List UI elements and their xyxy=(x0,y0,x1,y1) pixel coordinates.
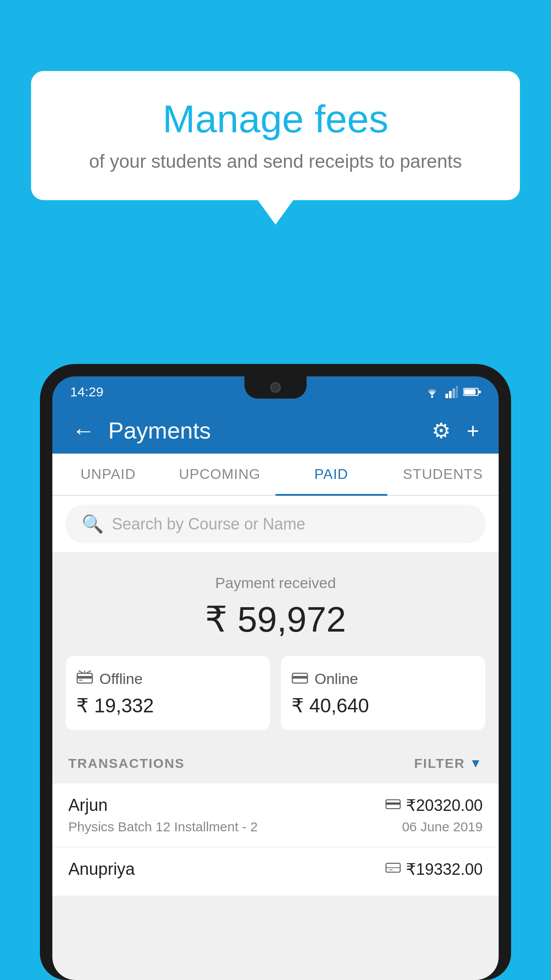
txn-amount-2: ₹19332.00 xyxy=(406,860,483,879)
bubble-title: Manage fees xyxy=(67,98,484,141)
app-header: ← Payments ⚙ + xyxy=(52,407,499,454)
phone-frame: 14:29 xyxy=(40,364,511,980)
svg-rect-6 xyxy=(464,389,476,395)
search-container: 🔍 Search by Course or Name xyxy=(52,496,499,552)
speech-bubble-section: Manage fees of your students and send re… xyxy=(31,71,520,225)
txn-name: Arjun xyxy=(68,796,108,815)
svg-rect-3 xyxy=(453,388,455,398)
phone-wrapper: 14:29 xyxy=(40,364,511,980)
status-icons xyxy=(424,386,481,398)
svg-point-0 xyxy=(431,396,433,398)
payment-total-amount: ₹ 59,972 xyxy=(66,599,485,640)
wifi-icon xyxy=(424,386,440,398)
offline-icon xyxy=(76,669,93,688)
svg-rect-10 xyxy=(79,680,83,681)
phone-screen: ← Payments ⚙ + UNPAID UPCOMING PAID STUD… xyxy=(52,407,499,980)
settings-icon[interactable]: ⚙ xyxy=(432,418,451,443)
transactions-label: TRANSACTIONS xyxy=(68,756,185,771)
txn-amount: ₹20320.00 xyxy=(406,796,483,815)
signal-icon xyxy=(445,386,458,398)
svg-rect-9 xyxy=(77,676,92,679)
filter-icon: ▼ xyxy=(469,756,483,771)
offline-label: Offline xyxy=(99,670,143,688)
tab-paid[interactable]: PAID xyxy=(276,454,387,495)
online-label: Online xyxy=(315,670,358,688)
camera xyxy=(270,382,281,393)
txn-amount-wrapper: ₹20320.00 xyxy=(386,796,483,815)
speech-bubble: Manage fees of your students and send re… xyxy=(31,71,520,200)
add-icon[interactable]: + xyxy=(467,419,479,443)
header-actions: ⚙ + xyxy=(432,418,479,443)
svg-rect-7 xyxy=(479,391,481,393)
svg-rect-18 xyxy=(389,869,393,870)
bubble-arrow xyxy=(258,200,293,225)
svg-rect-2 xyxy=(449,391,452,398)
txn-amount-wrapper-2: ₹19332.00 xyxy=(386,860,483,879)
bubble-subtitle: of your students and send receipts to pa… xyxy=(67,150,484,174)
online-card-header: Online xyxy=(291,669,475,688)
transaction-row-arjun[interactable]: Arjun ₹20320.00 Physics Batch 12 Install… xyxy=(52,783,499,847)
battery-icon xyxy=(463,387,481,397)
txn-course: Physics Batch 12 Installment - 2 xyxy=(68,819,258,834)
back-button[interactable]: ← xyxy=(72,417,95,444)
online-icon xyxy=(291,669,308,688)
online-amount: ₹ 40,640 xyxy=(291,694,475,717)
offline-card-header: Offline xyxy=(76,669,260,688)
txn-name-2: Anupriya xyxy=(68,860,135,879)
offline-amount: ₹ 19,332 xyxy=(76,694,260,717)
svg-rect-13 xyxy=(292,676,307,679)
transactions-header: TRANSACTIONS FILTER ▼ xyxy=(52,743,499,783)
tabs-container: UNPAID UPCOMING PAID STUDENTS xyxy=(52,454,499,496)
search-icon: 🔍 xyxy=(82,514,104,534)
search-bar[interactable]: 🔍 Search by Course or Name xyxy=(66,505,485,543)
txn-payment-type-icon xyxy=(386,797,401,814)
filter-label: FILTER xyxy=(414,756,465,771)
status-bar: 14:29 xyxy=(52,376,499,407)
payment-summary: Payment received ₹ 59,972 xyxy=(52,552,499,743)
svg-rect-1 xyxy=(445,394,448,398)
page-title: Payments xyxy=(108,417,418,444)
txn-date: 06 June 2019 xyxy=(402,819,483,834)
tab-unpaid[interactable]: UNPAID xyxy=(52,454,164,495)
search-placeholder-text: Search by Course or Name xyxy=(112,515,305,533)
status-time: 14:29 xyxy=(70,384,103,399)
svg-rect-15 xyxy=(386,802,400,805)
filter-button[interactable]: FILTER ▼ xyxy=(414,756,483,771)
online-payment-card: Online ₹ 40,640 xyxy=(281,656,485,730)
payment-received-label: Payment received xyxy=(66,574,485,592)
txn-row-top: Arjun ₹20320.00 xyxy=(68,796,483,815)
payment-cards: Offline ₹ 19,332 xyxy=(66,656,485,730)
txn-payment-type-icon-2 xyxy=(386,861,401,877)
phone-notch xyxy=(244,376,307,399)
svg-rect-4 xyxy=(456,386,458,398)
txn-row-top-2: Anupriya ₹19332.00 xyxy=(68,860,483,879)
txn-row-bottom: Physics Batch 12 Installment - 2 06 June… xyxy=(68,819,483,834)
tab-students[interactable]: STUDENTS xyxy=(387,454,499,495)
offline-payment-card: Offline ₹ 19,332 xyxy=(66,656,270,730)
transaction-row-anupriya[interactable]: Anupriya ₹19332.00 xyxy=(52,847,499,896)
tab-upcoming[interactable]: UPCOMING xyxy=(164,454,276,495)
